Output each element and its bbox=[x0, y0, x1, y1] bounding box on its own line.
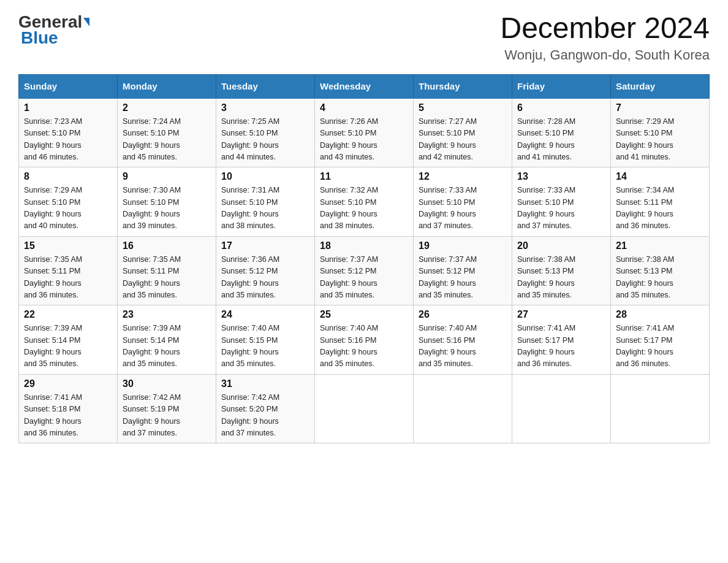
day-info: Sunrise: 7:35 AMSunset: 5:11 PMDaylight:… bbox=[123, 255, 181, 299]
weekday-header-row: SundayMondayTuesdayWednesdayThursdayFrid… bbox=[19, 74, 710, 98]
day-number: 15 bbox=[24, 240, 112, 251]
day-number: 27 bbox=[517, 309, 605, 320]
day-info: Sunrise: 7:33 AMSunset: 5:10 PMDaylight:… bbox=[419, 186, 477, 230]
day-info: Sunrise: 7:40 AMSunset: 5:16 PMDaylight:… bbox=[320, 324, 378, 368]
day-number: 3 bbox=[221, 102, 309, 113]
day-info: Sunrise: 7:25 AMSunset: 5:10 PMDaylight:… bbox=[221, 117, 279, 161]
calendar-cell: 26 Sunrise: 7:40 AMSunset: 5:16 PMDaylig… bbox=[414, 305, 512, 375]
day-number: 5 bbox=[419, 102, 507, 113]
day-info: Sunrise: 7:39 AMSunset: 5:14 PMDaylight:… bbox=[24, 324, 82, 368]
day-number: 9 bbox=[123, 171, 211, 182]
day-info: Sunrise: 7:37 AMSunset: 5:12 PMDaylight:… bbox=[419, 255, 477, 299]
day-info: Sunrise: 7:28 AMSunset: 5:10 PMDaylight:… bbox=[517, 117, 575, 161]
calendar-cell: 2 Sunrise: 7:24 AMSunset: 5:10 PMDayligh… bbox=[118, 98, 216, 167]
week-row-1: 1 Sunrise: 7:23 AMSunset: 5:10 PMDayligh… bbox=[19, 98, 710, 167]
calendar-cell: 31 Sunrise: 7:42 AMSunset: 5:20 PMDaylig… bbox=[216, 374, 315, 443]
calendar-cell bbox=[315, 374, 414, 443]
day-number: 7 bbox=[616, 102, 704, 113]
day-info: Sunrise: 7:34 AMSunset: 5:11 PMDaylight:… bbox=[616, 186, 674, 230]
day-info: Sunrise: 7:42 AMSunset: 5:19 PMDaylight:… bbox=[123, 393, 181, 437]
day-number: 30 bbox=[123, 378, 211, 389]
logo-blue: Blue bbox=[18, 28, 58, 48]
calendar-cell bbox=[414, 374, 512, 443]
day-number: 23 bbox=[123, 309, 211, 320]
calendar-cell: 11 Sunrise: 7:32 AMSunset: 5:10 PMDaylig… bbox=[315, 167, 414, 237]
week-row-3: 15 Sunrise: 7:35 AMSunset: 5:11 PMDaylig… bbox=[19, 236, 710, 305]
day-number: 22 bbox=[24, 309, 112, 320]
calendar-cell: 24 Sunrise: 7:40 AMSunset: 5:15 PMDaylig… bbox=[216, 305, 315, 375]
day-number: 21 bbox=[616, 240, 704, 251]
week-row-4: 22 Sunrise: 7:39 AMSunset: 5:14 PMDaylig… bbox=[19, 305, 710, 375]
logo: General Blue bbox=[18, 12, 89, 48]
day-info: Sunrise: 7:33 AMSunset: 5:10 PMDaylight:… bbox=[517, 186, 575, 230]
day-info: Sunrise: 7:27 AMSunset: 5:10 PMDaylight:… bbox=[419, 117, 477, 161]
calendar-cell: 14 Sunrise: 7:34 AMSunset: 5:11 PMDaylig… bbox=[611, 167, 710, 237]
day-number: 11 bbox=[320, 171, 408, 182]
calendar-subtitle: Wonju, Gangwon-do, South Korea bbox=[500, 47, 710, 63]
calendar-cell: 19 Sunrise: 7:37 AMSunset: 5:12 PMDaylig… bbox=[414, 236, 512, 305]
calendar-cell: 18 Sunrise: 7:37 AMSunset: 5:12 PMDaylig… bbox=[315, 236, 414, 305]
day-info: Sunrise: 7:26 AMSunset: 5:10 PMDaylight:… bbox=[320, 117, 378, 161]
day-info: Sunrise: 7:29 AMSunset: 5:10 PMDaylight:… bbox=[616, 117, 674, 161]
calendar-cell: 4 Sunrise: 7:26 AMSunset: 5:10 PMDayligh… bbox=[315, 98, 414, 167]
day-number: 19 bbox=[419, 240, 507, 251]
day-number: 1 bbox=[24, 102, 112, 113]
calendar-cell bbox=[611, 374, 710, 443]
calendar-cell: 7 Sunrise: 7:29 AMSunset: 5:10 PMDayligh… bbox=[611, 98, 710, 167]
day-info: Sunrise: 7:36 AMSunset: 5:12 PMDaylight:… bbox=[221, 255, 279, 299]
weekday-header-monday: Monday bbox=[118, 74, 216, 98]
calendar-cell: 12 Sunrise: 7:33 AMSunset: 5:10 PMDaylig… bbox=[414, 167, 512, 237]
calendar-cell: 29 Sunrise: 7:41 AMSunset: 5:18 PMDaylig… bbox=[19, 374, 118, 443]
page-header: General Blue December 2024 Wonju, Gangwo… bbox=[18, 12, 710, 63]
calendar-cell: 1 Sunrise: 7:23 AMSunset: 5:10 PMDayligh… bbox=[19, 98, 118, 167]
calendar-cell: 9 Sunrise: 7:30 AMSunset: 5:10 PMDayligh… bbox=[118, 167, 216, 237]
day-info: Sunrise: 7:23 AMSunset: 5:10 PMDaylight:… bbox=[24, 117, 82, 161]
calendar-cell: 27 Sunrise: 7:41 AMSunset: 5:17 PMDaylig… bbox=[512, 305, 611, 375]
weekday-header-tuesday: Tuesday bbox=[216, 74, 315, 98]
day-number: 29 bbox=[24, 378, 112, 389]
calendar-cell: 3 Sunrise: 7:25 AMSunset: 5:10 PMDayligh… bbox=[216, 98, 315, 167]
day-info: Sunrise: 7:40 AMSunset: 5:16 PMDaylight:… bbox=[419, 324, 477, 368]
day-info: Sunrise: 7:38 AMSunset: 5:13 PMDaylight:… bbox=[616, 255, 674, 299]
day-info: Sunrise: 7:29 AMSunset: 5:10 PMDaylight:… bbox=[24, 186, 82, 230]
day-info: Sunrise: 7:37 AMSunset: 5:12 PMDaylight:… bbox=[320, 255, 378, 299]
day-info: Sunrise: 7:42 AMSunset: 5:20 PMDaylight:… bbox=[221, 393, 279, 437]
calendar-cell: 10 Sunrise: 7:31 AMSunset: 5:10 PMDaylig… bbox=[216, 167, 315, 237]
calendar-cell bbox=[512, 374, 611, 443]
day-info: Sunrise: 7:35 AMSunset: 5:11 PMDaylight:… bbox=[24, 255, 82, 299]
title-area: December 2024 Wonju, Gangwon-do, South K… bbox=[500, 12, 710, 63]
calendar-cell: 30 Sunrise: 7:42 AMSunset: 5:19 PMDaylig… bbox=[118, 374, 216, 443]
day-number: 8 bbox=[24, 171, 112, 182]
day-number: 6 bbox=[517, 102, 605, 113]
day-info: Sunrise: 7:40 AMSunset: 5:15 PMDaylight:… bbox=[221, 324, 279, 368]
day-number: 31 bbox=[221, 378, 309, 389]
calendar-cell: 15 Sunrise: 7:35 AMSunset: 5:11 PMDaylig… bbox=[19, 236, 118, 305]
calendar-cell: 25 Sunrise: 7:40 AMSunset: 5:16 PMDaylig… bbox=[315, 305, 414, 375]
day-number: 18 bbox=[320, 240, 408, 251]
day-number: 14 bbox=[616, 171, 704, 182]
calendar-cell: 5 Sunrise: 7:27 AMSunset: 5:10 PMDayligh… bbox=[414, 98, 512, 167]
day-number: 13 bbox=[517, 171, 605, 182]
day-info: Sunrise: 7:41 AMSunset: 5:18 PMDaylight:… bbox=[24, 393, 82, 437]
day-number: 12 bbox=[419, 171, 507, 182]
day-info: Sunrise: 7:30 AMSunset: 5:10 PMDaylight:… bbox=[123, 186, 181, 230]
day-number: 28 bbox=[616, 309, 704, 320]
week-row-5: 29 Sunrise: 7:41 AMSunset: 5:18 PMDaylig… bbox=[19, 374, 710, 443]
day-info: Sunrise: 7:24 AMSunset: 5:10 PMDaylight:… bbox=[123, 117, 181, 161]
calendar-title: December 2024 bbox=[500, 12, 710, 45]
calendar-cell: 21 Sunrise: 7:38 AMSunset: 5:13 PMDaylig… bbox=[611, 236, 710, 305]
calendar-cell: 22 Sunrise: 7:39 AMSunset: 5:14 PMDaylig… bbox=[19, 305, 118, 375]
calendar-cell: 20 Sunrise: 7:38 AMSunset: 5:13 PMDaylig… bbox=[512, 236, 611, 305]
calendar-cell: 16 Sunrise: 7:35 AMSunset: 5:11 PMDaylig… bbox=[118, 236, 216, 305]
weekday-header-sunday: Sunday bbox=[19, 74, 118, 98]
day-info: Sunrise: 7:38 AMSunset: 5:13 PMDaylight:… bbox=[517, 255, 575, 299]
calendar-cell: 6 Sunrise: 7:28 AMSunset: 5:10 PMDayligh… bbox=[512, 98, 611, 167]
day-info: Sunrise: 7:32 AMSunset: 5:10 PMDaylight:… bbox=[320, 186, 378, 230]
day-number: 17 bbox=[221, 240, 309, 251]
weekday-header-friday: Friday bbox=[512, 74, 611, 98]
logo-triangle-icon bbox=[83, 18, 89, 26]
day-number: 26 bbox=[419, 309, 507, 320]
calendar-cell: 23 Sunrise: 7:39 AMSunset: 5:14 PMDaylig… bbox=[118, 305, 216, 375]
day-info: Sunrise: 7:39 AMSunset: 5:14 PMDaylight:… bbox=[123, 324, 181, 368]
day-number: 20 bbox=[517, 240, 605, 251]
